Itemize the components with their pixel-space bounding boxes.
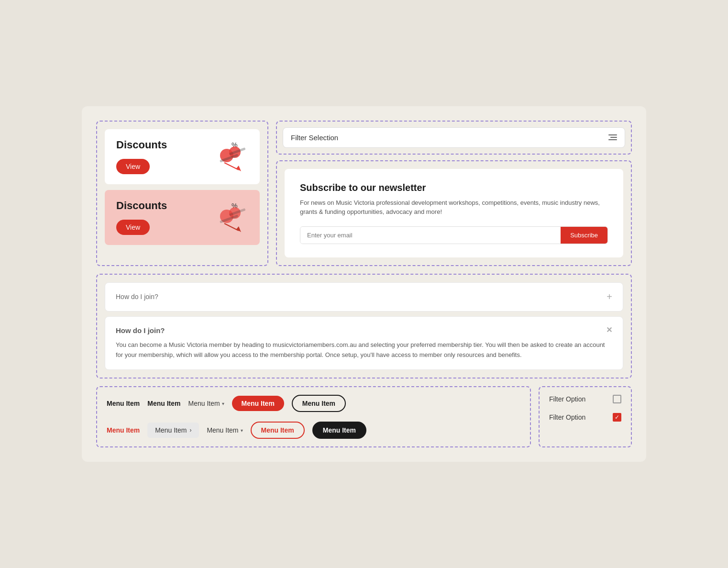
faq-expanded-header: How do I join? ✕ <box>116 326 612 334</box>
menu-item-1-2: Menu Item <box>147 400 180 407</box>
newsletter-form: Subscribe <box>300 226 608 244</box>
menu-item-2-1-red[interactable]: Menu Item <box>107 426 140 434</box>
filter-line-1 <box>608 134 617 135</box>
filter-input-row[interactable]: Filter Selection <box>283 127 625 148</box>
chevron-down-icon-2: ▾ <box>241 428 243 433</box>
faq-answer: You can become a Music Victoria member b… <box>116 340 612 360</box>
email-input[interactable] <box>300 227 561 244</box>
menu-item-2-5-outline-dark[interactable]: Menu Item <box>312 422 366 439</box>
menu-item-1-5-outline[interactable]: Menu Item <box>292 395 346 412</box>
menu-item-2-4-outline-red[interactable]: Menu Item <box>251 422 305 439</box>
card-pink-content: Discounts View <box>116 200 167 235</box>
card-white-title: Discounts <box>116 139 167 151</box>
faq-section: How do I join? + How do I join? ✕ You ca… <box>96 274 632 379</box>
filter-options-section: Filter Option Filter Option ✓ <box>539 386 632 447</box>
main-wrapper: Discounts View % <box>82 106 646 462</box>
filter-selection-section: Filter Selection <box>276 121 632 155</box>
menu-row-2: Menu Item Menu Item › Menu Item ▾ Menu I… <box>107 422 520 439</box>
svg-line-5 <box>224 163 239 170</box>
filter-option-2-label: Filter Option <box>549 413 585 421</box>
menu-item-2-3-dropdown[interactable]: Menu Item ▾ <box>207 426 243 434</box>
subscribe-button[interactable]: Subscribe <box>561 227 607 244</box>
menu-row-1: Menu Item Menu Item Menu Item ▾ Menu Ite… <box>107 395 520 412</box>
faq-collapsed[interactable]: How do I join? + <box>105 282 623 312</box>
filter-line-2 <box>610 137 617 138</box>
faq-section-wrapper: How do I join? + How do I join? ✕ You ca… <box>96 274 632 379</box>
filter-sliders-icon[interactable] <box>608 134 617 140</box>
newsletter-description: For news on Music Victoria professional … <box>300 198 608 217</box>
filter-option-1-checkbox[interactable] <box>613 395 621 403</box>
discount-card-white: Discounts View % <box>105 129 260 184</box>
filter-option-row-2: Filter Option ✓ <box>549 413 621 422</box>
menu-item-2-2-pill[interactable]: Menu Item › <box>147 423 199 438</box>
chevron-down-icon: ▾ <box>222 401 224 406</box>
card-white-content: Discounts View <box>116 139 167 174</box>
row1: Discounts View % <box>96 121 632 266</box>
faq-expanded-question: How do I join? <box>116 326 165 334</box>
filter-option-2-checkbox[interactable]: ✓ <box>613 413 621 422</box>
filter-option-row-1: Filter Option <box>549 395 621 403</box>
faq-close-icon[interactable]: ✕ <box>606 326 612 334</box>
faq-collapsed-question: How do I join? <box>116 293 158 301</box>
faq-expand-icon[interactable]: + <box>607 291 612 302</box>
filter-option-1-label: Filter Option <box>549 395 585 403</box>
menu-item-1-4-filled[interactable]: Menu Item <box>232 396 284 411</box>
menu-item-1-1: Menu Item <box>107 400 140 407</box>
discount-card-pink: Discounts View % <box>105 190 260 245</box>
svg-line-12 <box>224 223 239 231</box>
view-button-pink[interactable]: View <box>116 220 150 235</box>
newsletter-section: Subscribe to our newsletter For news on … <box>276 160 632 266</box>
card-pink-title: Discounts <box>116 200 167 212</box>
filter-selection-label: Filter Selection <box>291 134 338 142</box>
right-column: Filter Selection Subscribe to our newsle… <box>276 121 632 266</box>
view-button-white[interactable]: View <box>116 159 150 174</box>
filter-line-3 <box>608 139 617 140</box>
newsletter-title: Subscribe to our newsletter <box>300 182 608 193</box>
menu-item-1-3-dropdown[interactable]: Menu Item ▾ <box>188 400 224 407</box>
svg-marker-13 <box>236 226 241 232</box>
svg-marker-6 <box>236 166 241 171</box>
newsletter-inner: Subscribe to our newsletter For news on … <box>285 169 623 257</box>
arrow-right-icon: › <box>189 427 191 434</box>
menu-section: Menu Item Menu Item Menu Item ▾ Menu Ite… <box>96 386 531 447</box>
row3: Menu Item Menu Item Menu Item ▾ Menu Ite… <box>96 386 632 447</box>
left-cards-section: Discounts View % <box>96 121 268 266</box>
faq-expanded: How do I join? ✕ You can become a Music … <box>105 316 623 370</box>
discount-illustration-white: % <box>205 139 248 175</box>
discount-illustration-pink: % <box>205 200 248 235</box>
